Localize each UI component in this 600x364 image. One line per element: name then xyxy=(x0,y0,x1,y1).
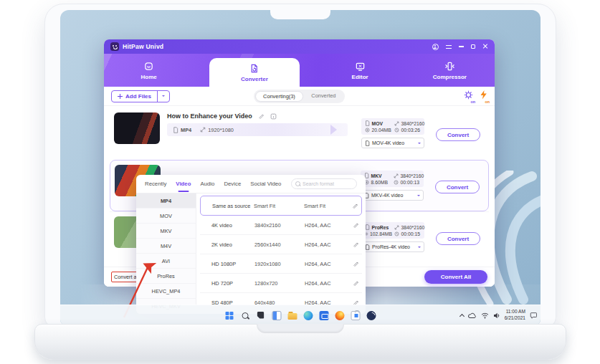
converter-icon xyxy=(249,63,259,74)
laptop-screen: HitPaw Univd Home xyxy=(60,10,541,325)
category-avi[interactable]: AVI xyxy=(136,254,196,269)
category-prores[interactable]: ProRes xyxy=(136,269,196,284)
format-panel: Recently Video Audio Device Social Video xyxy=(136,175,366,314)
format-option-2k[interactable]: 2K video 2560x1440 H264, AAC xyxy=(200,235,362,254)
category-mov[interactable]: MOV xyxy=(136,209,196,224)
app-title: HitPaw Univd xyxy=(123,43,163,50)
output-format-select[interactable]: ProRes-4K video xyxy=(361,241,424,252)
close-button[interactable] xyxy=(482,44,488,49)
file-icon xyxy=(365,224,370,230)
search-input[interactable] xyxy=(303,181,353,186)
compressor-icon xyxy=(444,61,455,72)
resolution-icon xyxy=(394,121,399,126)
tray-date: 6/21/2021 xyxy=(505,315,525,322)
edit-preset-icon[interactable] xyxy=(349,280,359,287)
microsoft-store-icon[interactable] xyxy=(351,311,361,320)
maximize-button[interactable] xyxy=(471,44,476,49)
tab-converted[interactable]: Converted xyxy=(303,91,343,102)
category-mp4[interactable]: MP4 xyxy=(136,193,196,209)
tab-video[interactable]: Video xyxy=(176,181,191,187)
progress-arrow-icon xyxy=(330,125,342,135)
output-format-select[interactable]: MOV-4K video xyxy=(361,138,424,148)
widgets-icon[interactable] xyxy=(272,311,282,320)
tab-social-video[interactable]: Social Video xyxy=(250,181,281,187)
lightning-icon xyxy=(480,90,487,100)
tab-audio[interactable]: Audio xyxy=(200,181,214,187)
editor-icon xyxy=(355,61,366,72)
resolution-icon xyxy=(394,173,399,178)
convert-button[interactable]: Convert xyxy=(435,181,480,193)
gpu-boost-toggle[interactable]: on xyxy=(480,90,487,102)
firefox-icon[interactable] xyxy=(335,311,345,320)
format-category-list: MP4 MOV MKV M4V AVI ProRes HEVC_MP4 HEVC… xyxy=(136,193,196,314)
add-files-button[interactable]: Add Files xyxy=(111,90,170,102)
onedrive-cloud-icon[interactable] xyxy=(468,312,477,319)
convert-all-button[interactable]: Convert All xyxy=(424,270,487,284)
volume-icon[interactable] xyxy=(493,312,500,319)
tab-compressor[interactable]: Compressor xyxy=(405,54,495,87)
format-option-same-as-source[interactable]: Same as source Smart Fit Smart Fit xyxy=(200,196,362,216)
search-icon[interactable] xyxy=(241,311,250,320)
output-info: ProRes 3840*2160 102.84MB 00:00:15 xyxy=(361,222,424,239)
app-window: HitPaw Univd Home xyxy=(104,39,495,287)
notification-icon[interactable] xyxy=(530,312,537,319)
output-format-select[interactable]: MKV-4K video xyxy=(361,190,424,201)
file-icon xyxy=(365,120,370,126)
start-icon[interactable] xyxy=(225,311,234,320)
file-icon xyxy=(173,127,178,133)
tab-editor[interactable]: Editor xyxy=(315,54,405,87)
task-view-icon[interactable] xyxy=(257,311,266,320)
source-info: MP4 1920*1080 xyxy=(167,123,348,136)
queue-tabs: Converting(3) Converted xyxy=(254,90,346,103)
tab-home[interactable]: Home xyxy=(104,54,194,87)
tab-device[interactable]: Device xyxy=(224,181,241,187)
wifi-icon[interactable] xyxy=(481,312,489,319)
mail-icon[interactable] xyxy=(320,311,329,320)
output-info: MOV 3840*2160 20.04MB 00:03:26 xyxy=(361,118,424,135)
hardware-acceleration-toggle[interactable]: on xyxy=(464,90,473,102)
toolbar: Add Files Converting(3) Converted xyxy=(104,87,495,106)
chevron-down-icon xyxy=(162,95,165,98)
format-option-1080p[interactable]: HD 1080P 1920x1080 H264, AAC xyxy=(200,254,362,274)
tab-converter[interactable]: Converter xyxy=(209,58,299,87)
account-icon[interactable] xyxy=(432,44,439,50)
format-option-list: Same as source Smart Fit Smart Fit 4K vi… xyxy=(196,193,366,314)
file-explorer-icon[interactable] xyxy=(288,311,297,320)
category-mkv[interactable]: MKV xyxy=(136,224,196,239)
tray-time: 11:00 AM xyxy=(505,309,525,315)
main-nav: Home Converter Edito xyxy=(104,54,495,87)
browser-icon[interactable] xyxy=(367,311,376,320)
output-info: MKV 3840*2160 8.60MB 00:00:13 xyxy=(361,171,424,187)
edit-preset-icon[interactable] xyxy=(348,203,358,209)
duration-icon xyxy=(394,231,399,236)
size-icon xyxy=(365,128,370,133)
tray-expand-icon[interactable] xyxy=(459,313,464,317)
convert-button[interactable]: Convert xyxy=(436,232,480,245)
laptop-base xyxy=(34,324,566,360)
add-files-dropdown[interactable] xyxy=(157,91,169,102)
info-icon[interactable] xyxy=(270,113,277,120)
search-icon xyxy=(295,181,300,186)
category-m4v[interactable]: M4V xyxy=(136,239,196,254)
menu-icon[interactable] xyxy=(446,45,452,49)
clock[interactable]: 11:00 AM 6/21/2021 xyxy=(505,309,525,321)
minimize-button[interactable] xyxy=(459,46,464,47)
edit-preset-icon[interactable] xyxy=(349,241,359,248)
rename-icon[interactable] xyxy=(258,113,265,120)
resolution-icon xyxy=(200,127,206,133)
format-search[interactable] xyxy=(291,178,357,189)
category-hevc-mp4[interactable]: HEVC_MP4 xyxy=(136,284,196,299)
tab-converting[interactable]: Converting(3) xyxy=(255,91,304,102)
convert-button[interactable]: Convert xyxy=(436,128,480,141)
edge-browser-icon[interactable] xyxy=(304,311,313,320)
tab-recently[interactable]: Recently xyxy=(145,181,166,187)
duration-icon xyxy=(394,180,399,185)
video-row-1[interactable]: How to Enhance your Video xyxy=(110,108,489,160)
format-option-4k[interactable]: 4K video 3840x2160 H264, AAC xyxy=(200,216,362,235)
edit-preset-icon[interactable] xyxy=(349,222,359,229)
edit-preset-icon[interactable] xyxy=(349,261,359,267)
video-thumbnail[interactable] xyxy=(114,112,160,144)
plus-icon xyxy=(118,94,123,99)
format-option-720p[interactable]: HD 720P 1280x720 H264, AAC xyxy=(200,274,362,293)
duration-icon xyxy=(394,128,399,133)
